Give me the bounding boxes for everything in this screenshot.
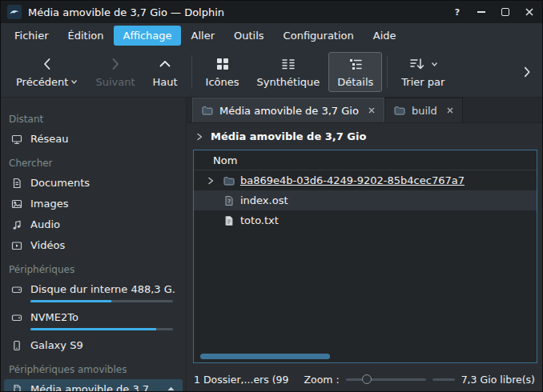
- compact-label: Synthétique: [257, 76, 320, 88]
- zoom-label: Zoom :: [304, 374, 339, 386]
- minimize-button[interactable]: [475, 6, 488, 18]
- menu-aller[interactable]: Aller: [183, 26, 223, 46]
- document-icon: [10, 177, 23, 190]
- toolbar-separator: [191, 55, 192, 89]
- sidebar-item-audio[interactable]: Audio: [4, 214, 183, 234]
- compact-view-icon: [280, 56, 296, 72]
- sidebar-item-nvme2to[interactable]: NVME2To: [4, 307, 183, 334]
- folder-icon: [201, 104, 214, 117]
- breadcrumb[interactable]: Média amovible de 3,7 Gio: [187, 123, 542, 150]
- items-summary: 1 Dossier,...ers (99 o): [194, 374, 292, 386]
- file-name[interactable]: index.ost: [240, 194, 288, 206]
- breadcrumb-current-folder[interactable]: Média amovible de 3,7 Gio: [211, 130, 366, 142]
- sort-icon: [408, 56, 424, 72]
- forward-button[interactable]: Suivant: [86, 52, 143, 92]
- disk-usage-bar: [30, 300, 173, 302]
- chevron-right-icon: [107, 56, 123, 72]
- sort-label: Trier par: [401, 76, 444, 88]
- svg-text:?: ?: [227, 198, 231, 204]
- sidebar-item-videos[interactable]: Vidéos: [4, 235, 183, 255]
- sidebar-item-images[interactable]: Images: [4, 194, 183, 214]
- compact-view-button[interactable]: Synthétique: [248, 52, 329, 92]
- hard-drive-icon: [10, 283, 23, 296]
- close-icon: [368, 106, 376, 114]
- zoom-slider-handle[interactable]: [362, 374, 372, 384]
- forward-label: Suivant: [95, 76, 135, 88]
- up-button[interactable]: Haut: [144, 52, 187, 92]
- sort-by-button[interactable]: Trier par: [392, 52, 453, 92]
- close-button[interactable]: [523, 6, 536, 18]
- audio-icon: [10, 218, 23, 231]
- tab-media-amovible[interactable]: Média amovible de 3,7 Gio: [192, 98, 384, 122]
- chevron-right-icon: [520, 65, 534, 79]
- menu-outils[interactable]: Outils: [225, 26, 273, 46]
- network-icon: [10, 133, 23, 146]
- up-label: Haut: [153, 76, 178, 88]
- section-header-distant: Distant: [1, 106, 186, 129]
- dolphin-window: Média amovible de 3,7 Gio — Dolphin ? Fi…: [0, 0, 543, 392]
- tab-label: Média amovible de 3,7 Gio: [219, 105, 359, 117]
- sidebar-item-media-amovible[interactable]: Média amovible de 3,7 ...: [4, 379, 183, 391]
- tab-build[interactable]: build: [384, 98, 463, 122]
- file-view[interactable]: Nom ba869e4b-03d6-4249-9202-85b4cec767a7…: [193, 150, 537, 363]
- places-panel: Distant Réseau Chercher Documents: [1, 98, 187, 391]
- tab-label: build: [412, 105, 437, 117]
- file-row-index-ost[interactable]: ? index.ost: [194, 190, 537, 210]
- zoom-slider-track[interactable]: [346, 378, 426, 381]
- column-header-name[interactable]: Nom: [213, 154, 237, 166]
- horizontal-scrollbar[interactable]: [200, 354, 527, 359]
- chevron-right-icon: [195, 132, 204, 142]
- menu-edition[interactable]: Édition: [59, 26, 113, 46]
- free-space-bar: [432, 378, 455, 381]
- icons-view-button[interactable]: Icônes: [197, 52, 248, 92]
- maximize-button[interactable]: [499, 6, 512, 18]
- expand-arrow-icon[interactable]: [203, 176, 218, 186]
- menu-fichier[interactable]: Fichier: [6, 26, 58, 46]
- disk-usage-bar: [30, 328, 173, 330]
- section-header-chercher: Chercher: [1, 150, 186, 173]
- maximize-icon: [501, 8, 509, 16]
- menubar: Fichier Édition Affichage Aller Outils C…: [1, 23, 542, 47]
- file-row-folder[interactable]: ba869e4b-03d6-4249-9202-85b4cec767a7: [194, 170, 537, 190]
- unknown-file-icon: ?: [223, 194, 235, 207]
- chevron-left-icon: [39, 56, 55, 72]
- titlebar[interactable]: Média amovible de 3,7 Gio — Dolphin ?: [1, 1, 542, 23]
- details-view-button[interactable]: Détails: [328, 52, 382, 92]
- back-label: Précédent: [16, 76, 68, 88]
- chevron-up-icon: [157, 56, 173, 72]
- file-name[interactable]: ba869e4b-03d6-4249-9202-85b4cec767a7: [240, 174, 465, 186]
- icons-view-icon: [215, 56, 231, 72]
- file-row-toto-txt[interactable]: toto.txt: [194, 210, 537, 230]
- sidebar-item-documents[interactable]: Documents: [4, 173, 183, 193]
- sidebar-item-galaxy-s9[interactable]: Galaxy S9: [4, 335, 183, 355]
- sidebar-item-reseau[interactable]: Réseau: [4, 129, 183, 149]
- sd-card-icon: [10, 383, 23, 392]
- menu-aide[interactable]: Aide: [364, 26, 405, 46]
- tab-close-button[interactable]: [368, 106, 376, 114]
- caret-down-icon: [70, 79, 78, 85]
- details-label: Détails: [337, 76, 373, 88]
- sidebar-item-disque-interne[interactable]: Disque dur interne 488,3 G...: [4, 279, 183, 306]
- section-header-amovibles: Périphériques amovibles: [1, 356, 186, 379]
- back-button[interactable]: Précédent: [7, 52, 86, 92]
- menu-configuration[interactable]: Configuration: [275, 26, 363, 46]
- menu-affichage[interactable]: Affichage: [114, 26, 180, 46]
- zoom-slider[interactable]: [346, 374, 426, 385]
- folder-icon: [223, 174, 235, 187]
- status-bar: 1 Dossier,...ers (99 o) Zoom : 7,3 Gio l…: [187, 367, 542, 391]
- svg-text:?: ?: [455, 7, 460, 18]
- app-icon: [7, 5, 22, 19]
- eject-button[interactable]: [166, 385, 176, 392]
- toolbar-separator: [387, 55, 388, 89]
- scrollbar-thumb[interactable]: [200, 354, 330, 359]
- help-button[interactable]: ?: [451, 6, 464, 18]
- file-name[interactable]: toto.txt: [240, 214, 279, 226]
- tab-bar: Média amovible de 3,7 Gio build: [187, 98, 542, 123]
- toolbar-overflow-button[interactable]: [518, 62, 536, 82]
- close-icon: [525, 7, 534, 17]
- tab-close-button[interactable]: [446, 106, 454, 114]
- section-header-peripheriques: Périphériques: [1, 256, 186, 279]
- details-view-icon: [348, 56, 364, 72]
- free-space-text: 7,3 Gio libre(s): [461, 374, 535, 386]
- icons-label: Icônes: [206, 76, 239, 88]
